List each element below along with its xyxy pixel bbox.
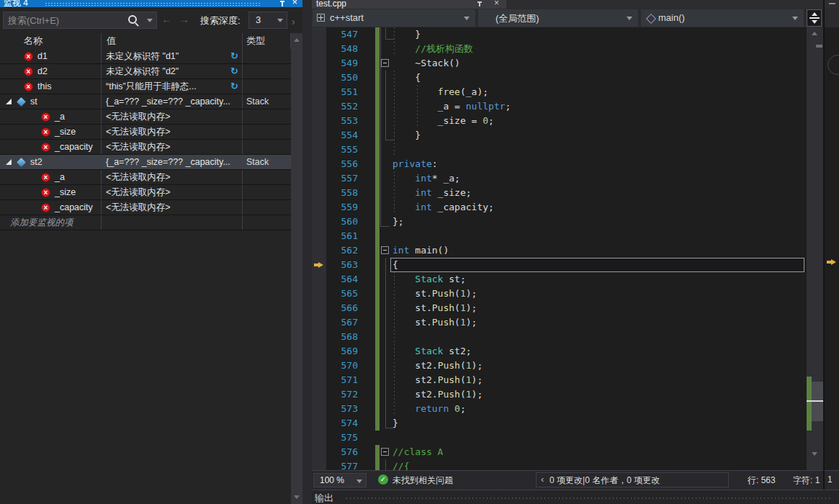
watch-row-d1[interactable]: ×d1未定义标识符 "d1"↻	[0, 49, 291, 64]
scroll-down-icon[interactable]	[294, 495, 300, 499]
line-number[interactable]: 570	[328, 359, 358, 373]
search-prev-arrow-icon[interactable]: ←	[161, 13, 172, 25]
expander-icon[interactable]	[6, 99, 12, 104]
line-number[interactable]: 576	[328, 445, 358, 459]
line-number[interactable]: 574	[328, 416, 358, 431]
refresh-icon[interactable]: ↻	[230, 64, 238, 78]
search-options-chevron-icon[interactable]	[147, 19, 153, 22]
line-number[interactable]: 568	[328, 330, 358, 344]
line-number[interactable]: 573	[328, 402, 358, 416]
code-line-558[interactable]: 558 int _size;	[312, 186, 823, 200]
code-line-564[interactable]: 564 Stack st;	[312, 272, 823, 287]
line-number[interactable]: 566	[328, 301, 358, 315]
column-header-value[interactable]: 值	[102, 33, 243, 49]
line-number[interactable]: 562	[328, 243, 358, 258]
column-header-type[interactable]: 类型	[243, 33, 291, 49]
tab-close-icon[interactable]: ×	[494, 0, 499, 8]
fold-toggle-icon[interactable]	[381, 59, 389, 67]
pin-icon[interactable]	[282, 1, 283, 6]
close-icon[interactable]: ×	[292, 0, 297, 6]
add-watch-row[interactable]: 添加要监视的项	[0, 215, 291, 230]
watch-row-_size[interactable]: ×_size<无法读取内存>	[0, 185, 291, 200]
code-editor[interactable]: 547 }548 //栈析构函数549 ~Stack()550 {551 fre…	[312, 27, 823, 470]
line-number[interactable]: 547	[328, 27, 358, 42]
changes-indicator[interactable]: ‹ 0 项更改|0 名作者，0 项更改	[536, 472, 729, 487]
watch-value[interactable]: <无法读取内存>	[102, 170, 243, 184]
expander-icon[interactable]	[6, 159, 12, 165]
code-line-563[interactable]: 563{	[312, 258, 823, 272]
watch-value[interactable]: <无法读取内存>	[102, 109, 243, 124]
scroll-up-icon[interactable]	[812, 32, 817, 35]
code-line-554[interactable]: 554 }	[312, 128, 823, 143]
line-number[interactable]: 556	[328, 157, 358, 171]
code-line-551[interactable]: 551 free(_a);	[312, 85, 823, 99]
watch-value[interactable]: <无法读取内存>	[102, 140, 243, 154]
fold-toggle-icon[interactable]	[381, 246, 389, 254]
toolbar-overflow-icon[interactable]: ›	[292, 16, 295, 27]
fold-toggle-icon[interactable]	[381, 448, 389, 456]
watch-value[interactable]: <无法读取内存>	[102, 185, 243, 199]
line-number[interactable]: 563	[328, 258, 358, 272]
line-number[interactable]: 552	[328, 99, 358, 114]
code-line-552[interactable]: 552 _a = nullptr;	[312, 99, 823, 114]
line-number[interactable]: 550	[328, 71, 358, 85]
collapse-chevron-icon[interactable]: ‹	[541, 474, 544, 485]
watch-title-bar[interactable]: 监视 4 ×	[0, 0, 302, 7]
line-number[interactable]: 554	[328, 128, 358, 143]
code-line-550[interactable]: 550 {	[312, 71, 823, 85]
line-number[interactable]: 567	[328, 315, 358, 330]
refresh-icon[interactable]: ↻	[230, 49, 238, 63]
code-line-570[interactable]: 570 st2.Push(1);	[312, 359, 823, 373]
zoom-select[interactable]: 100 %	[313, 473, 367, 487]
search-next-arrow-icon[interactable]: →	[179, 13, 189, 25]
watch-value[interactable]: {_a=??? _size=??? _capacity...	[102, 94, 243, 109]
code-line-559[interactable]: 559 int _capacity;	[312, 200, 823, 215]
member-dropdown[interactable]: main()	[641, 9, 804, 27]
code-line-567[interactable]: 567 st.Push(1);	[312, 315, 823, 330]
line-number[interactable]: 577	[328, 459, 358, 470]
line-number[interactable]: 571	[328, 373, 358, 387]
search-input[interactable]: 搜索(Ctrl+E)	[3, 12, 157, 29]
code-line-568[interactable]: 568	[312, 330, 823, 344]
watch-scrollbar[interactable]	[291, 33, 302, 504]
code-line-555[interactable]: 555	[312, 143, 823, 157]
code-line-573[interactable]: 573 return 0;	[312, 402, 823, 416]
editor-scrollbar[interactable]	[807, 27, 823, 470]
scroll-down-icon[interactable]	[812, 452, 817, 456]
split-editor-button[interactable]	[807, 9, 822, 27]
line-number[interactable]: 572	[328, 387, 358, 402]
watch-row-st2[interactable]: st2{_a=??? _size=??? _capacity...Stack	[0, 155, 291, 170]
line-number[interactable]: 565	[328, 287, 358, 301]
watch-value[interactable]: “this”只能用于非静态...↻	[102, 79, 243, 94]
line-number[interactable]: 555	[328, 143, 358, 157]
line-indicator[interactable]: 行: 563	[748, 474, 776, 487]
code-line-576[interactable]: 576//class A	[312, 445, 823, 459]
scroll-up-icon[interactable]	[294, 38, 300, 42]
code-line-572[interactable]: 572 st2.Push(1);	[312, 387, 823, 402]
code-line-547[interactable]: 547 }	[312, 27, 823, 42]
watch-row-_capacity[interactable]: ×_capacity<无法读取内存>	[0, 200, 291, 215]
watch-value[interactable]: 未定义标识符 "d1"↻	[102, 49, 243, 63]
watch-row-d2[interactable]: ×d2未定义标识符 "d2"↻	[0, 64, 291, 79]
code-line-560[interactable]: 560};	[312, 215, 823, 229]
code-line-556[interactable]: 556private:	[312, 157, 823, 171]
line-number[interactable]: 575	[328, 431, 358, 445]
scope-dropdown[interactable]: (全局范围)	[478, 9, 638, 27]
document-tab[interactable]: test.cpp ×	[312, 0, 506, 9]
search-depth-select[interactable]: 3	[248, 12, 287, 29]
watch-row-_a[interactable]: ×_a<无法读取内存>	[0, 109, 291, 125]
watch-row-st[interactable]: st{_a=??? _size=??? _capacity...Stack	[0, 94, 291, 109]
line-number[interactable]: 560	[328, 215, 358, 229]
watch-row-_capacity[interactable]: ×_capacity<无法读取内存>	[0, 140, 291, 155]
line-number[interactable]: 569	[328, 344, 358, 359]
tab-pin-icon[interactable]	[479, 1, 480, 6]
output-panel-title-bar[interactable]: 输出	[312, 490, 839, 504]
line-number[interactable]: 548	[328, 42, 358, 56]
panel-splitter[interactable]	[302, 0, 312, 504]
refresh-icon[interactable]: ↻	[230, 79, 238, 94]
line-number[interactable]: 564	[328, 272, 358, 287]
code-line-562[interactable]: 562int main()	[312, 243, 823, 258]
code-line-565[interactable]: 565 st.Push(1);	[312, 287, 823, 301]
line-number[interactable]: 559	[328, 200, 358, 215]
watch-value[interactable]: <无法读取内存>	[102, 200, 243, 215]
